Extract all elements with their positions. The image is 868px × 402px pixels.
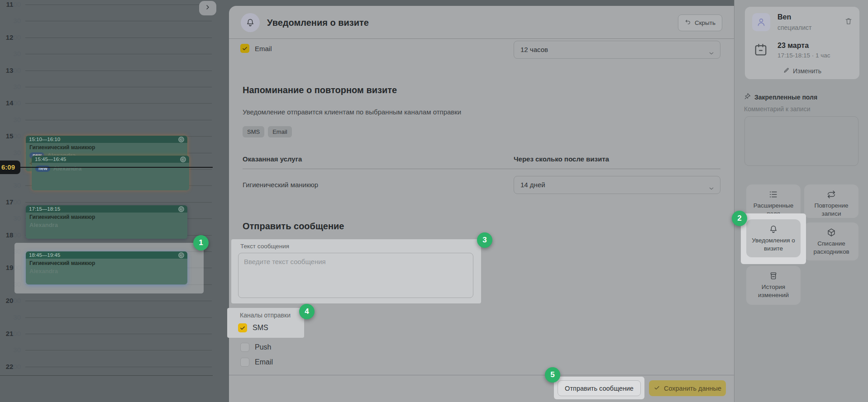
table-divider [243,169,720,169]
time-label: 1500 [0,132,21,140]
pencil-icon [783,67,790,75]
channel-list: PushEmail [240,341,273,371]
time-label: 30 [0,50,21,57]
comment-textarea[interactable] [744,116,858,166]
visit-notification-row: Email [240,44,272,53]
channel-label: SMS [253,324,268,332]
pinned-fields-title: Закрепленные поля [744,93,817,102]
time-label: 30 [0,83,21,90]
sidebar-action-repeat[interactable]: Повторение записи [804,184,858,218]
appointment-block[interactable]: 18:45—19:45 Гигиенический маникюр Alexan… [26,251,187,284]
new-badge: new [35,166,50,172]
grid-line [25,21,212,21]
channels-label: Каналы отправки [240,312,291,319]
time-label: 30 [0,182,21,189]
sidebar-action-history[interactable]: История изменений [746,266,801,305]
tutorial-spotlight-channels: Каналы отправки SMS [227,308,304,338]
expand-sidebar-button[interactable] [199,1,216,15]
time-label: 1200 [0,34,21,41]
email-checkbox[interactable] [240,44,249,53]
save-data-button[interactable]: Сохранить данные [649,380,726,396]
tutorial-step-badge: 3 [477,232,492,248]
clock-icon [178,137,184,142]
sidebar-action-bell[interactable]: Уведомления о визите [746,219,801,257]
appointment-time: 15:45—16:45 [35,156,66,162]
edit-button[interactable]: Изменить [745,67,859,75]
time-label: 1100 [0,1,21,8]
list-icon [768,189,778,199]
chevron-right-icon [204,4,211,13]
send-message-button[interactable]: Отправить сообщение [558,380,641,396]
visit-time-duration: 17:15-18:15 · 1 час [777,52,830,59]
calendar-bottom-divider [0,375,213,376]
page: 1100301200301300301400301500301600301700… [0,0,868,402]
history-icon [768,271,778,281]
action-spotlight: Уведомления о визите [741,213,806,264]
appointment-block[interactable]: 17:15—18:15 Гигиенический маникюр Alexan… [26,205,187,239]
footer-divider [229,375,734,375]
visit-notifications-modal: Уведомления о визите Скрыть Email 12 час… [229,6,734,402]
staff-name: Ben [777,13,791,21]
bell-icon [241,13,260,32]
sidebar-action-consumables[interactable]: Списание расходников [804,222,858,260]
channel-row: Push [240,341,273,353]
clock-icon [178,252,184,258]
time-label: 1800 [0,232,21,239]
service-cell: Гигиенический маникюр [243,181,318,189]
after-visit-dropdown[interactable]: 14 дней [514,176,720,194]
current-time-badge: 6:09 [0,161,20,174]
comment-label: Комментарий к записи [744,105,811,113]
appointment-time: 15:10—16:10 [29,137,60,142]
time-label: 1400 [0,99,21,107]
appointment-time: 18:45—19:45 [29,252,60,258]
channel-checkbox[interactable] [240,358,249,367]
repeat-icon [826,189,836,199]
calendar-timeline: 1100301200301300301400301500301600301700… [0,0,229,402]
grid-line [25,301,212,301]
message-textarea[interactable] [238,253,473,298]
tutorial-spotlight-send: Отправить сообщение [554,377,644,399]
time-label: 2000 [0,297,21,304]
email-label: Email [255,45,272,52]
grid-line [25,202,212,203]
staff-role: специалист [777,24,811,31]
grid-line [25,367,212,367]
bell-icon [768,224,778,234]
appointment-client: Alexandra [53,165,81,172]
tutorial-step-badge: 5 [545,367,560,383]
time-label: 30 [0,346,21,354]
column-header-service: Оказанная услуга [243,155,302,163]
channel-row: SMS [238,322,268,334]
time-label: 30 [0,17,21,24]
time-label: 30 [0,116,21,123]
channel-chip: Email [268,126,292,137]
trash-icon[interactable] [844,17,853,26]
send-message-title: Отправить сообщение [243,221,344,232]
channel-label: Push [255,343,271,351]
channel-checkbox[interactable] [238,323,247,332]
grid-line [25,334,212,334]
visit-date: 23 марта [777,42,809,50]
tutorial-step-badge: 1 [193,235,209,251]
time-label: 1700 [0,199,21,206]
timing-dropdown[interactable]: 12 часов [514,41,720,59]
check-icon [653,384,660,393]
tutorial-step-badge: 2 [732,211,747,226]
time-label: 30 [0,314,21,321]
appointment-block[interactable]: 15:45—16:45 new Alexandra [32,156,189,190]
time-label: 30 [0,149,21,156]
reminder-channels: SMSEmail [243,126,292,137]
clock-icon [180,156,186,162]
hide-button[interactable]: Скрыть [678,14,722,31]
channel-chip: SMS [243,126,264,137]
channel-row: Email [240,356,273,368]
current-time-line [20,167,213,168]
appointment-client: Alexandra [29,268,58,274]
tutorial-step-badge: 4 [299,304,315,319]
sidebar-action-list[interactable]: Расширенные поля [746,184,801,218]
time-label: 2100 [0,330,21,337]
channel-checkbox[interactable] [240,343,249,352]
clock-icon [178,206,184,212]
time-label: 1300 [0,67,21,74]
modal-title: Уведомления о визите [267,18,369,28]
